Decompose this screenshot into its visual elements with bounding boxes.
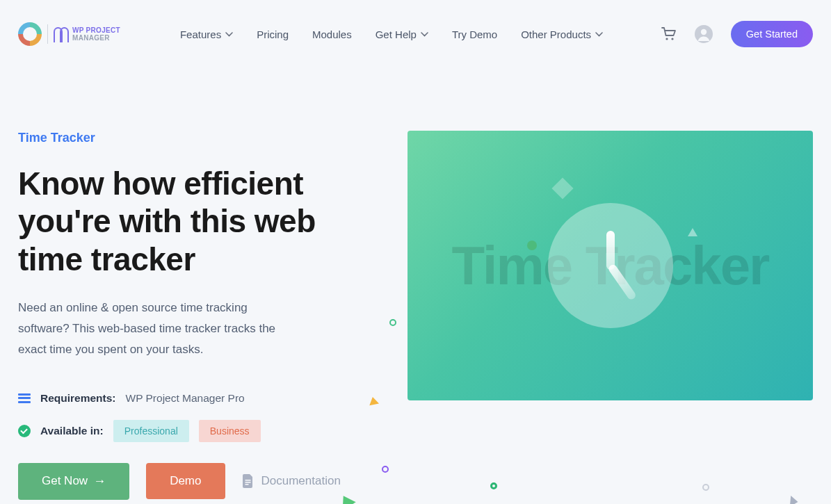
requirements-row: Requirements: WP Project Manager Pro bbox=[18, 392, 387, 405]
nav-pricing[interactable]: Pricing bbox=[257, 29, 289, 40]
primary-nav: Features Pricing Modules Get Help Try De… bbox=[180, 29, 603, 40]
svg-point-3 bbox=[701, 29, 707, 35]
hero-description: Need an online & open source time tracki… bbox=[18, 298, 282, 360]
decor-triangle-icon bbox=[688, 228, 697, 236]
get-started-button[interactable]: Get Started bbox=[731, 21, 813, 47]
cart-icon[interactable] bbox=[661, 27, 677, 41]
available-in-label: Available in: bbox=[40, 425, 104, 437]
requirements-value: WP Project Manager Pro bbox=[126, 392, 245, 405]
hero-headline: Know how efficient you're with this web … bbox=[18, 165, 338, 278]
decor-triangle-icon bbox=[369, 397, 378, 405]
plan-badge-professional: Professional bbox=[113, 420, 189, 442]
svg-rect-6 bbox=[245, 484, 248, 485]
decor-circle-icon bbox=[490, 482, 497, 489]
get-now-label: Get Now bbox=[42, 474, 88, 488]
chevron-down-icon bbox=[421, 32, 428, 37]
document-icon bbox=[242, 474, 255, 488]
svg-point-0 bbox=[665, 38, 668, 40]
header-actions: Get Started bbox=[661, 21, 813, 47]
demo-button[interactable]: Demo bbox=[146, 463, 225, 499]
hero-illustration: Time Tracker bbox=[408, 131, 813, 400]
decor-dot-icon bbox=[527, 241, 537, 250]
check-circle-icon bbox=[18, 425, 31, 437]
hero-copy: Time Tracker Know how efficient you're w… bbox=[18, 131, 387, 500]
decor-triangle-icon bbox=[339, 495, 354, 504]
nav-modules-label: Modules bbox=[312, 29, 352, 40]
logo-line1: WP PROJECT bbox=[72, 26, 120, 34]
chevron-down-icon bbox=[595, 32, 603, 37]
logo-line2: MANAGER bbox=[72, 34, 120, 42]
hero-section: Time Tracker Know how efficient you're w… bbox=[0, 68, 831, 500]
pm-logo-icon bbox=[54, 26, 69, 42]
site-header: WP PROJECT MANAGER Features Pricing Modu… bbox=[0, 0, 831, 68]
decor-circle-icon bbox=[382, 466, 389, 473]
hero-eyebrow: Time Tracker bbox=[18, 131, 387, 145]
chevron-down-icon bbox=[225, 32, 233, 37]
nav-features-label: Features bbox=[180, 29, 221, 40]
clock-icon bbox=[548, 203, 673, 328]
cta-row: Get Now → Demo Documentation bbox=[18, 463, 387, 500]
logo-divider bbox=[47, 24, 48, 44]
decor-triangle-icon bbox=[789, 498, 800, 504]
available-in-row: Available in: Professional Business bbox=[18, 420, 387, 442]
brand-logo[interactable]: WP PROJECT MANAGER bbox=[18, 22, 120, 46]
nav-get-help[interactable]: Get Help bbox=[376, 29, 428, 40]
plan-badge-business: Business bbox=[199, 420, 261, 442]
nav-get-help-label: Get Help bbox=[376, 29, 417, 40]
documentation-label: Documentation bbox=[261, 474, 341, 488]
product-logo-text: WP PROJECT MANAGER bbox=[72, 26, 120, 42]
svg-point-1 bbox=[671, 38, 673, 40]
product-logo: WP PROJECT MANAGER bbox=[54, 26, 120, 42]
nav-pricing-label: Pricing bbox=[257, 29, 289, 40]
nav-features[interactable]: Features bbox=[180, 29, 233, 40]
nav-try-demo[interactable]: Try Demo bbox=[452, 29, 497, 40]
nav-try-demo-label: Try Demo bbox=[452, 29, 497, 40]
arrow-right-icon: → bbox=[93, 474, 106, 489]
nav-modules[interactable]: Modules bbox=[312, 29, 352, 40]
account-icon[interactable] bbox=[695, 25, 713, 43]
nav-other-products[interactable]: Other Products bbox=[521, 29, 603, 40]
decor-diamond-icon bbox=[551, 177, 573, 199]
svg-rect-4 bbox=[245, 480, 250, 481]
get-now-button[interactable]: Get Now → bbox=[18, 463, 129, 500]
documentation-link[interactable]: Documentation bbox=[242, 474, 341, 488]
decor-circle-icon bbox=[702, 484, 709, 491]
requirements-label: Requirements: bbox=[40, 392, 116, 405]
wedevs-logo-icon bbox=[18, 22, 42, 46]
nav-other-products-label: Other Products bbox=[521, 29, 591, 40]
list-icon bbox=[18, 393, 31, 403]
svg-rect-5 bbox=[245, 482, 250, 483]
decor-circle-icon bbox=[389, 319, 396, 326]
